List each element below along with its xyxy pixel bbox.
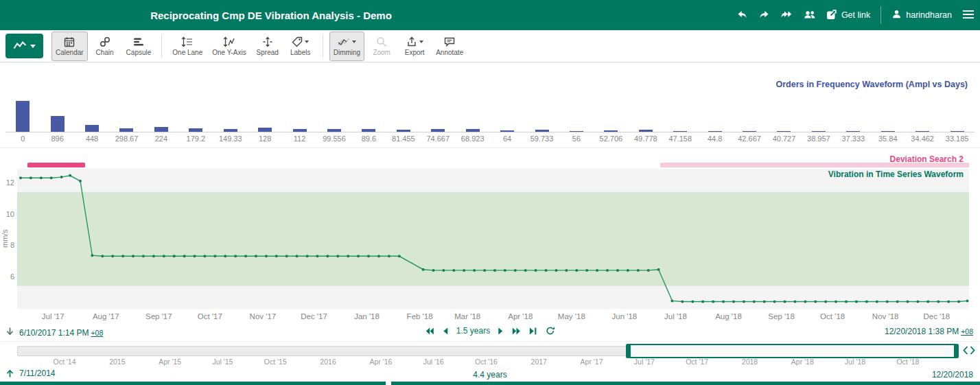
- frequency-bar[interactable]: [846, 131, 860, 132]
- step-earlier-icon[interactable]: [5, 327, 14, 338]
- frequency-bar-slot[interactable]: [178, 65, 213, 132]
- frequency-bar-slot[interactable]: [629, 65, 663, 132]
- frequency-bar-slot[interactable]: [421, 65, 455, 132]
- refresh-button[interactable]: [546, 326, 555, 336]
- toolbar-calendar-button[interactable]: Calendar: [51, 32, 88, 61]
- toolbar-export-button[interactable]: Export: [399, 32, 430, 61]
- frequency-bar[interactable]: [500, 130, 514, 132]
- frequency-bar[interactable]: [708, 131, 722, 132]
- frequency-bar-slot[interactable]: [905, 65, 940, 132]
- frequency-bar[interactable]: [743, 131, 756, 132]
- toolbar-annotate-button[interactable]: Annotate: [432, 32, 467, 61]
- trend-plot[interactable]: [17, 169, 969, 309]
- timebar-selection[interactable]: [628, 344, 957, 358]
- frequency-bar-slot[interactable]: [5, 65, 40, 132]
- frequency-bar[interactable]: [189, 128, 202, 132]
- frequency-bar-slot[interactable]: [697, 65, 732, 132]
- display-range-end[interactable]: 12/20/2018 1:38 PM+08: [885, 327, 973, 336]
- frequency-bar[interactable]: [16, 101, 30, 132]
- investigate-duration[interactable]: 4.4 years: [473, 370, 506, 380]
- deviation-capsule[interactable]: [27, 163, 86, 167]
- step-later-icon[interactable]: [5, 369, 14, 378]
- range-end-date[interactable]: 12/20/2018 1:38 PM: [885, 327, 959, 336]
- toolbar-spread-button[interactable]: Spread: [252, 32, 283, 61]
- frequency-bar-slot[interactable]: [940, 65, 974, 132]
- timebar-right-handle[interactable]: [954, 344, 959, 358]
- frequency-bar-slot[interactable]: [767, 65, 801, 132]
- frequency-bar-slot[interactable]: [802, 65, 836, 132]
- range-start-timezone[interactable]: +08: [91, 329, 103, 337]
- toolbar-one-y-axis-button[interactable]: One Y-Axis: [208, 32, 250, 61]
- step-back-button[interactable]: [442, 327, 449, 336]
- frequency-bar-slot[interactable]: [490, 65, 524, 132]
- frequency-bar-slot[interactable]: [40, 65, 74, 132]
- frequency-bar[interactable]: [466, 129, 480, 132]
- frequency-bar[interactable]: [119, 128, 133, 132]
- frequency-bar-slot[interactable]: [559, 65, 594, 132]
- frequency-bar[interactable]: [224, 129, 237, 132]
- toolbar-chain-button[interactable]: Chain: [89, 32, 121, 61]
- toolbar-capsule-button[interactable]: Capsule: [122, 32, 156, 61]
- investigate-start-date[interactable]: 7/11/2014: [19, 369, 56, 378]
- frequency-bar[interactable]: [327, 129, 341, 132]
- deviation-search-label[interactable]: Deviation Search 2: [890, 154, 964, 164]
- frequency-bar-slot[interactable]: [524, 65, 559, 132]
- frequency-bar[interactable]: [950, 131, 964, 132]
- frequency-bar[interactable]: [362, 129, 375, 132]
- frequency-bar-slot[interactable]: [732, 65, 767, 132]
- frequency-bar[interactable]: [812, 131, 826, 132]
- frequency-bar[interactable]: [85, 125, 99, 132]
- frequency-bar[interactable]: [51, 116, 65, 132]
- trend-series-label[interactable]: Vibration in Time Series Waveform: [828, 170, 964, 179]
- redo-button[interactable]: [758, 9, 770, 22]
- frequency-bar[interactable]: [673, 131, 687, 132]
- frequency-bar-slot[interactable]: [248, 65, 282, 132]
- share-all-button[interactable]: [780, 9, 793, 22]
- step-to-end-button[interactable]: [529, 327, 538, 336]
- frequency-bar-slot[interactable]: [144, 65, 178, 132]
- view-selector-button[interactable]: [5, 34, 43, 58]
- users-button[interactable]: [804, 9, 816, 22]
- display-range-start[interactable]: 6/10/2017 1:14 PM+08: [5, 327, 103, 338]
- frequency-bars[interactable]: [5, 65, 975, 132]
- frequency-bar[interactable]: [881, 131, 895, 132]
- frequency-bar-slot[interactable]: [213, 65, 248, 132]
- range-end-timezone[interactable]: +08: [961, 327, 973, 336]
- frequency-bar-slot[interactable]: [109, 65, 143, 132]
- user-menu-button[interactable]: harindharan: [891, 9, 952, 21]
- previous-capsule-button[interactable]: [425, 327, 434, 336]
- frequency-bar-slot[interactable]: [351, 65, 386, 132]
- timebar-track[interactable]: [17, 346, 957, 356]
- frequency-chart-title[interactable]: Orders in Frequency Waveform (Ampl vs Da…: [776, 80, 968, 89]
- frequency-bar[interactable]: [154, 127, 168, 132]
- frequency-bar[interactable]: [604, 130, 618, 132]
- toolbar-labels-button[interactable]: Labels: [285, 32, 316, 61]
- investigate-end-date[interactable]: 12/20/2018: [932, 370, 973, 380]
- expand-range-button[interactable]: [962, 345, 976, 358]
- undo-button[interactable]: [736, 9, 748, 22]
- investigate-start[interactable]: 7/11/2014: [5, 369, 56, 378]
- frequency-bar-slot[interactable]: [386, 65, 421, 132]
- frequency-bar[interactable]: [570, 131, 583, 132]
- get-link-button[interactable]: Get link: [826, 9, 870, 22]
- toolbar-dimming-button[interactable]: Dimming: [329, 32, 364, 61]
- frequency-bar[interactable]: [258, 128, 272, 132]
- frequency-bar[interactable]: [397, 130, 410, 132]
- display-range-duration[interactable]: 1.5 years: [456, 326, 490, 336]
- frequency-bar[interactable]: [915, 131, 929, 132]
- frequency-bar-slot[interactable]: [836, 65, 870, 132]
- toolbar-one-lane-button[interactable]: One Lane: [168, 32, 207, 61]
- frequency-bar[interactable]: [293, 129, 307, 132]
- frequency-bar-slot[interactable]: [871, 65, 905, 132]
- frequency-bar-slot[interactable]: [282, 65, 316, 132]
- frequency-bar[interactable]: [535, 130, 549, 132]
- frequency-bar-slot[interactable]: [594, 65, 628, 132]
- frequency-bar-slot[interactable]: [455, 65, 489, 132]
- hamburger-menu-button[interactable]: [962, 10, 975, 21]
- range-start-date[interactable]: 6/10/2017 1:14 PM: [19, 328, 89, 338]
- next-capsule-button[interactable]: [512, 327, 522, 336]
- frequency-bar[interactable]: [431, 129, 445, 132]
- frequency-bar[interactable]: [777, 131, 791, 132]
- frequency-bar-slot[interactable]: [317, 65, 351, 132]
- timebar-left-handle[interactable]: [626, 344, 631, 358]
